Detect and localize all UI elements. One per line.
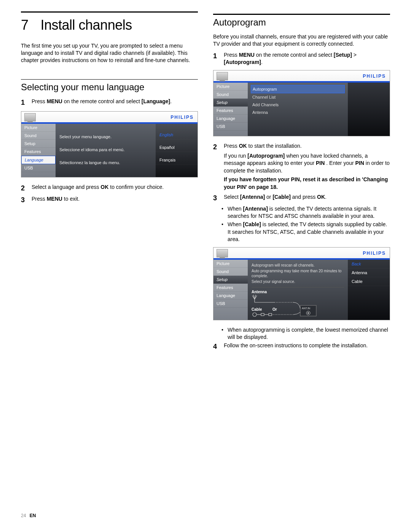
option-francais[interactable]: Français	[156, 156, 198, 165]
page-number: 24	[21, 513, 26, 518]
option-back[interactable]: Back	[348, 260, 390, 268]
submenu-antenna[interactable]: Antenna	[251, 109, 345, 116]
section-heading-language: Selecting your menu language	[21, 79, 198, 93]
signal-diagram: Antenna Cable Or	[252, 287, 344, 318]
tv-icon	[217, 249, 228, 257]
bullet-cable: • When [Cable] is selected, the TV detec…	[221, 221, 390, 243]
sidebar-item[interactable]: USB	[21, 164, 56, 172]
tv-center-panel: Autoprogram will rescan all channels. Au…	[248, 260, 348, 320]
step-1-lang: 1 Press MENU on the remote control and s…	[21, 98, 198, 107]
step-4-auto: 4 Follow the on-screen instructions to c…	[213, 342, 390, 351]
chapter-title: Install channels	[41, 17, 132, 33]
tv-icon	[217, 72, 228, 80]
step-2-lang: 2 Select a language and press OK to conf…	[21, 184, 198, 193]
tv-right-panel	[348, 83, 390, 136]
option-cable[interactable]: Cable	[348, 277, 390, 286]
svg-text:ANT.IN: ANT.IN	[302, 307, 310, 310]
sidebar-item[interactable]: Setup	[21, 140, 56, 148]
tv-center-panel: Select your menu language. Seleccione el…	[56, 124, 156, 177]
svg-point-15	[307, 312, 309, 314]
option-espanol[interactable]: Español	[156, 143, 198, 152]
sidebar-item[interactable]: Picture	[21, 124, 56, 132]
sidebar-item-selected[interactable]: Setup	[213, 99, 248, 107]
sidebar-item[interactable]: Sound	[21, 132, 56, 140]
sidebar-item-selected[interactable]: Language	[21, 156, 56, 164]
tv-screenshot-language: PHILIPS Picture Sound Setup Features Lan…	[21, 111, 198, 177]
section-heading-autoprogram: Autoprogram	[213, 14, 390, 28]
autoprogram-intro: Before you install channels, ensure that…	[213, 33, 390, 48]
tv-right-panel: English Español Français	[156, 124, 198, 177]
antenna-cable-diagram-icon: Cable Or	[252, 295, 320, 318]
bullet-complete: • When autoprogramming is complete, the …	[221, 326, 390, 341]
svg-rect-9	[261, 313, 264, 316]
option-english[interactable]: English	[156, 131, 198, 139]
brand-logo: PHILIPS	[363, 251, 386, 256]
chapter-heading: 7 Install channels	[21, 17, 198, 33]
tv-sidebar: Picture Sound Setup Features Language US…	[213, 83, 248, 136]
svg-point-7	[253, 313, 256, 316]
tv-screenshot-signal-source: PHILIPS Picture Sound Setup Features Lan…	[213, 247, 390, 320]
chapter-intro: The first time you set up your TV, you a…	[21, 42, 198, 64]
tv-right-panel: Back Antenna Cable	[348, 260, 390, 320]
sidebar-item-selected[interactable]: Setup	[213, 276, 248, 284]
option-antenna[interactable]: Antenna	[348, 268, 390, 277]
submenu-autoprogram[interactable]: Autoprogram	[251, 85, 345, 93]
svg-text:Cable: Cable	[252, 307, 262, 312]
step-2-auto: 2 Press OK to start the installation. If…	[213, 142, 390, 191]
brand-logo: PHILIPS	[170, 115, 194, 120]
page-lang: EN	[30, 513, 36, 518]
svg-text:Or: Or	[272, 307, 277, 312]
step-3-lang: 3 Press MENU to exit.	[21, 195, 198, 205]
step-3-auto: 3 Select [Antenna] or [Cable] and press …	[213, 193, 390, 203]
bullet-antenna: • When [Antenna] is selected, the TV det…	[221, 205, 390, 220]
step-1-auto: 1 Press MENU on the remote control and s…	[213, 51, 390, 66]
brand-logo: PHILIPS	[363, 73, 386, 79]
svg-rect-11	[269, 313, 272, 316]
submenu-channellist[interactable]: Channel List	[251, 93, 345, 101]
page-footer: 24 EN	[21, 513, 36, 518]
submenu-addchannels[interactable]: Add Channels	[251, 101, 345, 109]
chapter-number: 7	[21, 17, 37, 33]
tv-sidebar: Picture Sound Setup Features Language US…	[213, 260, 248, 320]
tv-sidebar: Picture Sound Setup Features Language US…	[21, 124, 56, 177]
sidebar-item[interactable]: Features	[21, 148, 56, 156]
tv-icon	[24, 113, 36, 121]
pin-reset-note: If you have forgotten your PIN, reset it…	[224, 176, 388, 190]
tv-screenshot-setup: PHILIPS Picture Sound Setup Features Lan…	[213, 70, 390, 136]
tv-center-panel: Autoprogram Channel List Add Channels An…	[248, 83, 348, 136]
